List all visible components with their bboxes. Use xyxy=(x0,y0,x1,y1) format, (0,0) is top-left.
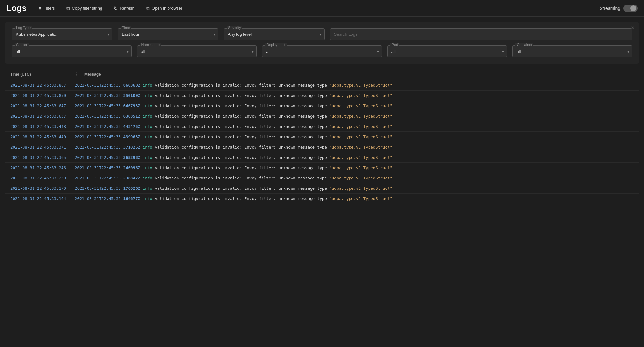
severity-select-wrapper: Any log level xyxy=(224,28,324,40)
cluster-select[interactable]: all xyxy=(12,45,132,57)
log-level: info xyxy=(143,155,152,160)
table-row[interactable]: 2021-08-31 22:45:33.170 2021-08-31T22:45… xyxy=(5,183,639,194)
log-timestamp: 2021-08-31T22:45:33.246096Z xyxy=(75,165,140,170)
log-text: validation configuration is invalid: Env… xyxy=(155,165,329,170)
log-level: info xyxy=(143,124,152,129)
table-row[interactable]: 2021-08-31 22:45:33.239 2021-08-31T22:45… xyxy=(5,173,639,183)
table-row[interactable]: 2021-08-31 22:45:33.647 2021-08-31T22:45… xyxy=(5,101,639,111)
open-browser-label: Open in browser xyxy=(152,6,182,11)
log-message: 2021-08-31T22:45:33.850109Z info validat… xyxy=(75,93,634,98)
refresh-label: Refresh xyxy=(120,6,135,11)
column-options-icon[interactable]: ⋮ xyxy=(75,72,84,77)
log-link: "udpa.type.v1.TypedStruct" xyxy=(329,83,392,88)
log-message: 2021-08-31T22:45:33.238847Z info validat… xyxy=(75,176,634,180)
log-table-container: Time (UTC) ⋮ Message 2021-08-31 22:45:33… xyxy=(5,69,639,204)
message-column-header: Message xyxy=(84,72,634,77)
open-browser-button[interactable]: ⧉ Open in browser xyxy=(144,4,185,13)
table-row[interactable]: 2021-08-31 22:45:33.637 2021-08-31T22:45… xyxy=(5,111,639,121)
time-label: Time xyxy=(121,26,131,30)
log-text: validation configuration is invalid: Env… xyxy=(155,114,329,119)
log-level: info xyxy=(143,186,152,191)
log-time: 2021-08-31 22:45:33.365 xyxy=(10,155,75,160)
namespace-select-wrapper: all xyxy=(137,45,257,57)
log-timestamp: 2021-08-31T22:45:33.439968Z xyxy=(75,134,140,139)
pod-label: Pod xyxy=(390,43,399,47)
container-select-wrapper: all xyxy=(512,45,632,57)
severity-select[interactable]: Any log level xyxy=(224,28,324,40)
log-table-header: Time (UTC) ⋮ Message xyxy=(5,69,639,80)
log-timestamp: 2021-08-31T22:45:33.164677Z xyxy=(75,196,140,201)
log-link: "udpa.type.v1.TypedStruct" xyxy=(329,93,392,98)
table-row[interactable]: 2021-08-31 22:45:33.365 2021-08-31T22:45… xyxy=(5,152,639,163)
table-row[interactable]: 2021-08-31 22:45:33.164 2021-08-31T22:45… xyxy=(5,194,639,204)
table-row[interactable]: 2021-08-31 22:45:33.371 2021-08-31T22:45… xyxy=(5,142,639,152)
log-time: 2021-08-31 22:45:33.246 xyxy=(10,165,75,170)
log-type-label: Log Type xyxy=(15,26,32,30)
time-column-header: Time (UTC) xyxy=(10,72,75,77)
log-text: validation configuration is invalid: Env… xyxy=(155,124,329,129)
log-message: 2021-08-31T22:45:33.164677Z info validat… xyxy=(75,196,634,201)
log-link: "udpa.type.v1.TypedStruct" xyxy=(329,103,392,108)
log-link: "udpa.type.v1.TypedStruct" xyxy=(329,124,392,129)
log-text: validation configuration is invalid: Env… xyxy=(155,196,329,201)
pod-select[interactable]: all xyxy=(387,45,507,57)
log-timestamp: 2021-08-31T22:45:33.646798Z xyxy=(75,103,140,108)
log-link: "udpa.type.v1.TypedStruct" xyxy=(329,196,392,201)
log-level: info xyxy=(143,145,152,149)
refresh-button[interactable]: ↻ Refresh xyxy=(111,4,137,13)
log-time: 2021-08-31 22:45:33.647 xyxy=(10,103,75,108)
deployment-group: Deployment all xyxy=(262,45,382,57)
table-row[interactable]: 2021-08-31 22:45:33.440 2021-08-31T22:45… xyxy=(5,132,639,142)
pod-select-wrapper: all xyxy=(387,45,507,57)
deployment-select[interactable]: all xyxy=(262,45,382,57)
filter-row-2: Cluster all Namespace all Deployment all xyxy=(12,45,632,57)
namespace-label: Namespace xyxy=(140,43,162,47)
cluster-label: Cluster xyxy=(15,43,29,47)
streaming-toggle[interactable] xyxy=(623,5,638,12)
filters-button[interactable]: ≡ Filters xyxy=(36,4,57,12)
time-group: Time Last hour xyxy=(118,28,218,40)
log-time: 2021-08-31 22:45:33.637 xyxy=(10,114,75,119)
table-row[interactable]: 2021-08-31 22:45:33.448 2021-08-31T22:45… xyxy=(5,121,639,132)
log-level: info xyxy=(143,165,152,170)
log-time: 2021-08-31 22:45:33.371 xyxy=(10,145,75,149)
log-timestamp: 2021-08-31T22:45:33.365298Z xyxy=(75,155,140,160)
log-link: "udpa.type.v1.TypedStruct" xyxy=(329,176,392,180)
pod-group: Pod all xyxy=(387,45,507,57)
log-text: validation configuration is invalid: Env… xyxy=(155,145,329,149)
table-row[interactable]: 2021-08-31 22:45:33.850 2021-08-31T22:45… xyxy=(5,91,639,101)
namespace-select[interactable]: all xyxy=(137,45,257,57)
external-link-icon: ⧉ xyxy=(146,5,150,11)
log-message: 2021-08-31T22:45:33.371025Z info validat… xyxy=(75,145,634,149)
log-message: 2021-08-31T22:45:33.170026Z info validat… xyxy=(75,186,634,191)
log-time: 2021-08-31 22:45:33.850 xyxy=(10,93,75,98)
filter-icon: ≡ xyxy=(39,5,42,11)
log-timestamp: 2021-08-31T22:45:33.170026Z xyxy=(75,186,140,191)
refresh-icon: ↻ xyxy=(114,5,118,11)
log-message: 2021-08-31T22:45:33.365298Z info validat… xyxy=(75,155,634,160)
log-type-select[interactable]: Kubernetes Applicati... xyxy=(12,28,112,40)
search-input[interactable] xyxy=(330,28,633,40)
page-title: Logs xyxy=(6,3,26,13)
log-text: validation configuration is invalid: Env… xyxy=(155,83,329,88)
log-message: 2021-08-31T22:45:33.448475Z info validat… xyxy=(75,124,634,129)
container-group: Container all xyxy=(512,45,632,57)
log-timestamp: 2021-08-31T22:45:33.850109Z xyxy=(75,93,140,98)
filter-row-1: Log Type Kubernetes Applicati... Time La… xyxy=(12,28,632,40)
log-timestamp: 2021-08-31T22:45:33.636851Z xyxy=(75,114,140,119)
namespace-group: Namespace all xyxy=(137,45,257,57)
table-row[interactable]: 2021-08-31 22:45:33.867 2021-08-31T22:45… xyxy=(5,80,639,91)
severity-label: Severity xyxy=(227,26,242,30)
container-select[interactable]: all xyxy=(512,45,632,57)
streaming-section: Streaming xyxy=(600,5,638,12)
time-select[interactable]: Last hour xyxy=(118,28,218,40)
log-level: info xyxy=(143,114,152,119)
log-time: 2021-08-31 22:45:33.448 xyxy=(10,124,75,129)
deployment-label: Deployment xyxy=(265,43,287,47)
copy-filter-button[interactable]: ⧉ Copy filter string xyxy=(64,4,105,13)
log-time: 2021-08-31 22:45:33.867 xyxy=(10,83,75,88)
log-time: 2021-08-31 22:45:33.239 xyxy=(10,176,75,180)
log-link: "udpa.type.v1.TypedStruct" xyxy=(329,165,392,170)
table-row[interactable]: 2021-08-31 22:45:33.246 2021-08-31T22:45… xyxy=(5,163,639,173)
log-timestamp: 2021-08-31T22:45:33.371025Z xyxy=(75,145,140,149)
